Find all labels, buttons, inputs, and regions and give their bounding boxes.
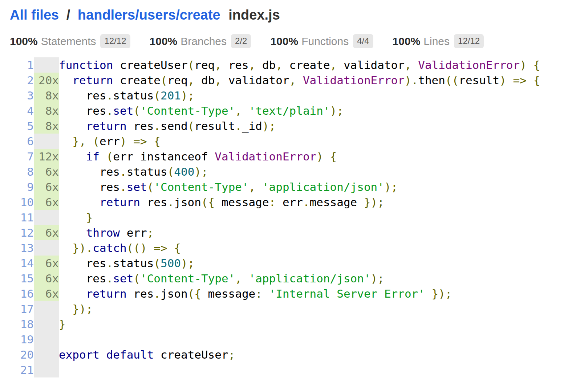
- code-line: 38x res.status(201);: [10, 88, 540, 103]
- stat-fraction-badge: 12/12: [454, 34, 484, 48]
- code-line: 13 }).catch(() => {: [10, 240, 540, 256]
- breadcrumb-all-files-link[interactable]: All files: [10, 7, 59, 23]
- line-number-link[interactable]: 11: [20, 211, 34, 224]
- code-line: 106x return res.json({ message: err.mess…: [10, 195, 540, 210]
- line-number-link[interactable]: 13: [20, 241, 34, 254]
- code-line: 146x res.status(500);: [10, 256, 540, 271]
- line-hit-count: [34, 332, 59, 347]
- breadcrumb-separator: /: [66, 7, 70, 23]
- code-line: 126x throw err;: [10, 225, 540, 240]
- code-line: 156x res.set('Content-Type', 'applicatio…: [10, 271, 540, 286]
- line-hit-count: 6x: [34, 164, 59, 179]
- line-number-link[interactable]: 14: [20, 257, 34, 270]
- stat-label: Functions: [301, 35, 349, 48]
- line-hit-count: [34, 362, 59, 377]
- line-number-link[interactable]: 21: [20, 363, 34, 376]
- stat-percentage: 100%: [10, 35, 38, 48]
- code-line-text: });: [59, 301, 540, 317]
- code-line: 96x res.set('Content-Type', 'application…: [10, 179, 540, 195]
- line-number-link[interactable]: 18: [20, 318, 34, 331]
- code-line-text: function createUser(req, res, db, create…: [59, 57, 540, 73]
- code-line-text: res.status(500);: [59, 256, 540, 271]
- line-hit-count: [34, 301, 59, 317]
- code-line-text: res.set('Content-Type', 'text/plain');: [59, 103, 540, 118]
- code-line-text: res.status(201);: [59, 88, 540, 103]
- line-hit-count: 8x: [34, 103, 59, 118]
- code-line: 20export default createUser;: [10, 347, 540, 362]
- code-line-text: return res.json({ message: err.message }…: [59, 195, 540, 210]
- code-line: 1function createUser(req, res, db, creat…: [10, 57, 540, 73]
- line-number-link[interactable]: 8: [27, 165, 34, 178]
- line-number-link[interactable]: 3: [27, 89, 34, 102]
- line-hit-count: [34, 57, 59, 73]
- code-line: 220x return create(req, db, validator, V…: [10, 73, 540, 88]
- line-number-link[interactable]: 17: [20, 302, 34, 315]
- stat-statements: 100%Statements12/12: [10, 34, 130, 48]
- code-line-text: [59, 362, 540, 377]
- code-line-text: throw err;: [59, 225, 540, 240]
- line-number-link[interactable]: 5: [27, 119, 34, 132]
- code-line-text: res.status(400);: [59, 164, 540, 179]
- line-hit-count: 8x: [34, 88, 59, 103]
- code-line-text: }, (err) => {: [59, 134, 540, 149]
- line-hit-count: 6x: [34, 179, 59, 195]
- code-line-text: [59, 332, 540, 347]
- code-line: 21: [10, 362, 540, 377]
- code-line-text: return res.send(result._id);: [59, 118, 540, 134]
- line-number-link[interactable]: 10: [20, 196, 34, 209]
- code-line: 18}: [10, 317, 540, 332]
- line-hit-count: 8x: [34, 118, 59, 134]
- stat-branches: 100%Branches2/2: [150, 34, 251, 48]
- stat-fraction-badge: 2/2: [231, 34, 251, 48]
- stat-percentage: 100%: [393, 35, 421, 48]
- line-number-link[interactable]: 19: [20, 333, 34, 346]
- breadcrumb-dir-link[interactable]: handlers/users/create: [78, 7, 220, 23]
- stat-label: Lines: [423, 35, 450, 48]
- line-number-link[interactable]: 15: [20, 272, 34, 285]
- line-number-link[interactable]: 9: [27, 180, 34, 193]
- line-hit-count: [34, 134, 59, 149]
- code-line-text: }: [59, 317, 540, 332]
- line-number-link[interactable]: 2: [27, 74, 34, 87]
- stat-fraction-badge: 4/4: [353, 34, 373, 48]
- line-hit-count: 6x: [34, 271, 59, 286]
- line-number-link[interactable]: 12: [20, 226, 34, 239]
- code-line-text: return create(req, db, validator, Valida…: [59, 73, 540, 88]
- code-line: 58x return res.send(result._id);: [10, 118, 540, 134]
- line-hit-count: 6x: [34, 286, 59, 301]
- line-hit-count: [34, 240, 59, 256]
- code-line: 48x res.set('Content-Type', 'text/plain'…: [10, 103, 540, 118]
- stat-label: Statements: [41, 35, 96, 48]
- line-number-link[interactable]: 4: [27, 104, 34, 117]
- code-table: 1function createUser(req, res, db, creat…: [10, 57, 540, 377]
- line-number-link[interactable]: 20: [20, 348, 34, 361]
- line-hit-count: 12x: [34, 149, 59, 164]
- stat-lines: 100%Lines12/12: [393, 34, 484, 48]
- code-line: 17 });: [10, 301, 540, 317]
- line-number-link[interactable]: 1: [27, 58, 34, 72]
- stat-percentage: 100%: [270, 35, 298, 48]
- code-line-text: if (err instanceof ValidationError) {: [59, 149, 540, 164]
- line-hit-count: 20x: [34, 73, 59, 88]
- code-line-text: res.set('Content-Type', 'application/jso…: [59, 179, 540, 195]
- file-name: index.js: [228, 7, 280, 23]
- coverage-report-page: All files / handlers/users/create index.…: [0, 0, 564, 392]
- stat-fraction-badge: 12/12: [100, 34, 130, 48]
- code-line: 166x return res.json({ message: 'Interna…: [10, 286, 540, 301]
- stat-functions: 100%Functions4/4: [270, 34, 373, 48]
- code-line-text: export default createUser;: [59, 347, 540, 362]
- line-number-link[interactable]: 6: [27, 135, 34, 148]
- line-number-link[interactable]: 7: [27, 150, 34, 163]
- line-hit-count: 6x: [34, 195, 59, 210]
- line-hit-count: [34, 317, 59, 332]
- coverage-stats: 100%Statements12/12100%Branches2/2100%Fu…: [10, 34, 564, 48]
- line-number-link[interactable]: 16: [20, 287, 34, 300]
- code-line: 86x res.status(400);: [10, 164, 540, 179]
- code-line-text: res.set('Content-Type', 'application/jso…: [59, 271, 540, 286]
- code-line: 19: [10, 332, 540, 347]
- code-line-text: return res.json({ message: 'Internal Ser…: [59, 286, 540, 301]
- code-line: 6 }, (err) => {: [10, 134, 540, 149]
- stat-label: Branches: [180, 35, 227, 48]
- code-line: 11 }: [10, 210, 540, 225]
- line-hit-count: [34, 347, 59, 362]
